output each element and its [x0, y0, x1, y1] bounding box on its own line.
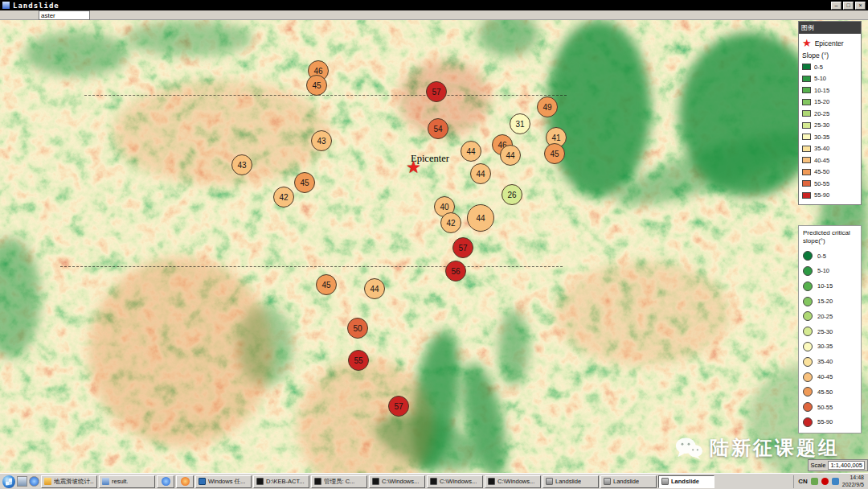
terrain-patch — [498, 310, 529, 386]
start-button[interactable] — [2, 475, 15, 488]
terrain-patch — [125, 20, 253, 56]
clock[interactable]: 14:48 2022/9/5 — [842, 475, 864, 488]
critical-color-dot — [803, 342, 813, 351]
minimize-button[interactable]: – — [831, 2, 841, 10]
app-blue-icon — [102, 478, 109, 485]
critical-class-label: 45-50 — [817, 388, 833, 396]
watermark-text: 陆新征课题组 — [710, 435, 840, 461]
slope-class-label: 30-35 — [814, 134, 829, 141]
slope-point[interactable]: 57 — [426, 81, 447, 102]
slope-class-label: 5-10 — [814, 75, 826, 82]
slope-class-label: 45-50 — [814, 168, 829, 175]
slope-legend-row: 55-90 — [802, 190, 858, 202]
critical-class-label: 50-55 — [817, 404, 833, 411]
taskbar-button[interactable]: result. — [99, 475, 155, 488]
slope-color-swatch — [802, 157, 811, 163]
slope-point[interactable]: 43 — [311, 130, 332, 151]
slope-point[interactable]: 43 — [231, 154, 252, 175]
critical-legend-row: 0-5 — [803, 249, 858, 264]
critical-slope-title: Predicted critical slope(°) — [803, 229, 858, 246]
critical-class-label: 15-20 — [817, 298, 833, 305]
slope-point[interactable]: 45 — [544, 143, 565, 164]
slope-point[interactable]: 31 — [510, 113, 530, 134]
terrain-patch — [113, 80, 330, 185]
taskbar: 地震滑坡统计...result.Windows 任...D:\KEB-ACT..… — [0, 473, 868, 489]
legend-panel-title: 图例 — [799, 22, 861, 34]
slope-class-label: 55-90 — [814, 191, 829, 199]
browser-quick-launch-icon[interactable] — [29, 476, 39, 487]
slope-point[interactable]: 49 — [537, 97, 558, 117]
scale-bar: Scale 1:1,400,005 — [808, 459, 868, 471]
scale-value: 1:1,400,005 — [828, 461, 865, 470]
slope-point[interactable]: 56 — [445, 261, 466, 281]
slope-legend-row: 0-5 — [802, 61, 858, 73]
epicenter-star-icon: ★ — [406, 158, 421, 175]
slope-legend-row: 5-10 — [802, 73, 858, 85]
slope-point[interactable]: 44 — [467, 204, 494, 232]
taskbar-button-label: 管理员: C... — [324, 478, 354, 486]
layer-name-input[interactable] — [39, 10, 90, 20]
taskbar-button[interactable]: 管理员: C... — [311, 475, 367, 488]
critical-legend-row: 20-25 — [803, 309, 858, 324]
slope-point[interactable]: 26 — [502, 184, 522, 205]
taskbar-button[interactable]: Landslide — [542, 475, 599, 488]
tray-icon[interactable] — [811, 478, 818, 485]
map-canvas[interactable]: Epicenter ★ 图例 ★ Epicenter Slope (°) 0-5… — [0, 20, 868, 473]
critical-class-label: 55-90 — [817, 418, 833, 425]
quick-launch-icon[interactable] — [17, 476, 27, 487]
slope-point[interactable]: 44 — [461, 141, 481, 162]
taskbar-button[interactable]: C:\Windows... — [427, 475, 483, 488]
slope-color-swatch — [802, 180, 811, 187]
critical-color-dot — [803, 372, 813, 382]
slope-point[interactable]: 44 — [470, 163, 491, 184]
slope-legend-row: 30-35 — [802, 131, 858, 143]
slope-point[interactable]: 44 — [364, 278, 385, 299]
taskbar-button[interactable]: D:\KEB-ACT... — [253, 475, 309, 488]
slope-color-swatch — [802, 169, 811, 175]
taskbar-button[interactable]: 地震滑坡统计... — [41, 475, 97, 488]
slope-point[interactable]: 45 — [316, 274, 337, 295]
taskbar-button-label: 地震滑坡统计... — [54, 478, 94, 486]
taskbar-button[interactable]: C:\Windows... — [485, 475, 541, 488]
graticule-line — [60, 266, 563, 267]
slope-point[interactable]: 50 — [347, 318, 368, 339]
slope-point[interactable]: 45 — [306, 75, 327, 96]
taskbar-button-label: Landslide — [555, 478, 581, 485]
slope-legend-rows: 0-55-1010-1515-2020-2525-3030-3535-4040-… — [802, 61, 858, 201]
taskbar-button-label: C:\Windows... — [382, 478, 419, 485]
critical-class-label: 10-15 — [817, 282, 833, 290]
taskbar-button[interactable] — [176, 475, 194, 488]
slope-legend-row: 50-55 — [802, 178, 858, 190]
slope-point[interactable]: 57 — [452, 237, 473, 258]
slope-point[interactable]: 45 — [294, 172, 315, 193]
critical-slope-panel: Predicted critical slope(°) 0-55-1010-15… — [798, 225, 862, 434]
critical-color-dot — [803, 297, 813, 306]
tray-icon[interactable] — [832, 478, 839, 485]
slope-point[interactable]: 44 — [500, 145, 521, 166]
critical-legend-rows: 0-55-1010-1515-2020-2525-3030-3535-4040-… — [803, 249, 858, 430]
slope-class-label: 40-45 — [814, 157, 829, 164]
ie-icon — [162, 477, 170, 486]
critical-color-dot — [803, 417, 813, 427]
critical-color-dot — [803, 402, 813, 412]
taskbar-button-active[interactable]: Landslide — [658, 475, 714, 488]
maximize-button[interactable]: □ — [843, 2, 854, 10]
close-button[interactable]: × — [855, 2, 866, 10]
taskbar-button[interactable]: C:\Windows... — [369, 475, 425, 488]
taskbar-button[interactable]: Windows 任... — [195, 475, 252, 488]
taskbar-button-label: Landslide — [671, 478, 699, 485]
slope-point[interactable]: 57 — [388, 396, 409, 417]
epicenter-legend-row: ★ Epicenter — [802, 36, 858, 50]
taskbar-button[interactable]: Landslide — [600, 475, 657, 488]
taskbar-button[interactable] — [157, 475, 174, 488]
slope-point[interactable]: 42 — [440, 212, 461, 233]
slope-color-swatch — [802, 110, 811, 117]
slope-point[interactable]: 55 — [348, 350, 369, 371]
slope-point[interactable]: 42 — [273, 187, 294, 208]
slope-point[interactable]: 54 — [428, 118, 448, 139]
language-indicator[interactable]: CN — [798, 478, 808, 485]
taskbar-button-label: C:\Windows... — [440, 478, 477, 485]
tray-icon[interactable] — [821, 478, 829, 485]
critical-legend-row: 30-35 — [803, 339, 858, 355]
cmd-icon — [488, 478, 495, 485]
